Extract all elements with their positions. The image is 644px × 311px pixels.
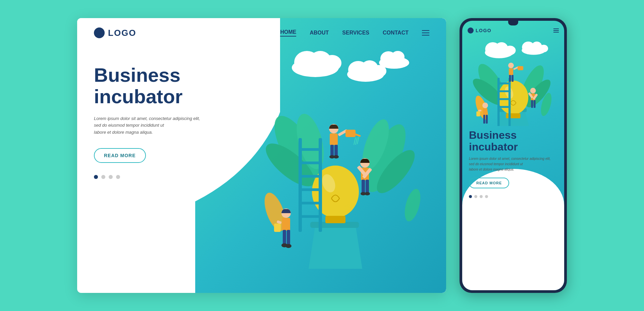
mobile-screen: LOGO bbox=[462, 21, 564, 290]
svg-rect-87 bbox=[509, 75, 511, 82]
svg-rect-98 bbox=[483, 108, 487, 115]
svg-point-91 bbox=[530, 88, 536, 94]
svg-point-37 bbox=[333, 155, 339, 159]
svg-rect-34 bbox=[330, 145, 334, 157]
svg-rect-35 bbox=[334, 145, 338, 157]
svg-rect-33 bbox=[330, 133, 338, 145]
svg-rect-86 bbox=[509, 68, 513, 75]
svg-rect-80 bbox=[508, 78, 511, 126]
svg-point-63 bbox=[504, 46, 516, 55]
svg-rect-84 bbox=[497, 106, 511, 108]
svg-rect-46 bbox=[362, 180, 365, 193]
svg-point-85 bbox=[508, 63, 514, 68]
svg-point-67 bbox=[539, 45, 548, 52]
svg-rect-83 bbox=[497, 98, 511, 100]
svg-rect-59 bbox=[274, 224, 281, 232]
nav-links: HOME ABOUT SERVICES CONTACT bbox=[280, 29, 429, 37]
nav-services[interactable]: SERVICES bbox=[342, 30, 369, 36]
svg-rect-28 bbox=[299, 175, 322, 178]
dot-1[interactable] bbox=[94, 175, 98, 179]
mobile-hero-description: Lorem ipsum dolor sit amet, consectetur … bbox=[469, 156, 557, 172]
svg-rect-99 bbox=[483, 115, 485, 124]
svg-line-41 bbox=[354, 137, 356, 145]
svg-rect-22 bbox=[325, 216, 345, 223]
svg-rect-93 bbox=[531, 100, 533, 108]
mobile-dot-4[interactable] bbox=[485, 195, 488, 198]
mobile-hero-text: Business incubator Lorem ipsum dolor sit… bbox=[468, 129, 559, 198]
svg-rect-88 bbox=[512, 75, 514, 82]
mobile-carousel-dots bbox=[469, 195, 557, 198]
logo-text: LOGO bbox=[108, 28, 137, 38]
mobile-hero-title: Business incubator bbox=[469, 129, 557, 153]
svg-rect-31 bbox=[299, 215, 322, 218]
mobile-logo: LOGO bbox=[468, 27, 491, 34]
mobile-dot-3[interactable] bbox=[480, 195, 483, 198]
svg-rect-53 bbox=[282, 218, 290, 231]
svg-rect-82 bbox=[497, 90, 511, 92]
desktop-hero: Business incubator Lorem ipsum dolor sit… bbox=[77, 48, 446, 186]
desktop-landing-card: LOGO HOME ABOUT SERVICES CONTACT Busines… bbox=[77, 18, 446, 293]
nav-contact[interactable]: CONTACT bbox=[383, 30, 409, 36]
svg-rect-101 bbox=[478, 110, 481, 112]
dot-4[interactable] bbox=[116, 175, 120, 179]
svg-point-16 bbox=[402, 187, 424, 223]
svg-point-3 bbox=[323, 55, 341, 71]
svg-rect-81 bbox=[497, 82, 511, 84]
page-wrapper: LOGO HOME ABOUT SERVICES CONTACT Busines… bbox=[64, 5, 580, 306]
svg-rect-55 bbox=[287, 230, 290, 245]
mobile-logo-text: LOGO bbox=[476, 28, 491, 33]
svg-rect-27 bbox=[299, 162, 322, 164]
carousel-dots bbox=[94, 175, 235, 179]
svg-rect-30 bbox=[299, 202, 322, 204]
mobile-dot-1[interactable] bbox=[469, 195, 472, 198]
dot-2[interactable] bbox=[101, 175, 105, 179]
mobile-landing-card: LOGO bbox=[460, 18, 567, 293]
mobile-hamburger[interactable] bbox=[553, 28, 559, 33]
svg-rect-47 bbox=[366, 180, 369, 193]
svg-rect-79 bbox=[497, 78, 500, 126]
svg-line-42 bbox=[356, 137, 357, 145]
dot-3[interactable] bbox=[109, 175, 113, 179]
mobile-illustration bbox=[468, 39, 559, 126]
hero-text-block: Business incubator Lorem ipsum dolor sit… bbox=[94, 54, 235, 179]
svg-marker-19 bbox=[309, 225, 362, 269]
svg-rect-39 bbox=[345, 130, 356, 137]
cloud-group bbox=[292, 51, 409, 82]
nav-about[interactable]: ABOUT bbox=[310, 30, 329, 36]
mobile-notch bbox=[508, 21, 518, 25]
svg-rect-102 bbox=[476, 111, 480, 116]
svg-rect-29 bbox=[299, 188, 322, 191]
mobile-logo-icon bbox=[468, 27, 474, 34]
svg-point-76 bbox=[498, 80, 528, 114]
svg-rect-100 bbox=[486, 115, 488, 124]
svg-point-49 bbox=[365, 192, 370, 195]
logo-icon bbox=[94, 27, 105, 38]
mobile-nav: LOGO bbox=[468, 27, 559, 34]
hamburger-menu[interactable] bbox=[422, 30, 429, 36]
svg-rect-90 bbox=[518, 66, 523, 70]
svg-rect-94 bbox=[534, 100, 536, 108]
desktop-logo: LOGO bbox=[94, 27, 137, 38]
svg-rect-77 bbox=[506, 113, 520, 118]
svg-point-10 bbox=[391, 51, 405, 63]
svg-rect-54 bbox=[283, 230, 286, 245]
svg-point-57 bbox=[285, 244, 291, 248]
nav-home[interactable]: HOME bbox=[280, 29, 296, 37]
svg-line-43 bbox=[357, 137, 359, 144]
hero-illustration bbox=[225, 38, 439, 279]
hero-title: Business incubator bbox=[94, 64, 235, 107]
svg-rect-26 bbox=[299, 148, 322, 151]
mobile-read-more-button[interactable]: READ MORE bbox=[469, 178, 509, 188]
read-more-button[interactable]: READ MORE bbox=[94, 148, 146, 163]
svg-point-97 bbox=[482, 103, 488, 108]
hero-description: Lorem ipsum dolor sit amet, consectetur … bbox=[94, 115, 205, 136]
mobile-dot-2[interactable] bbox=[474, 195, 477, 198]
